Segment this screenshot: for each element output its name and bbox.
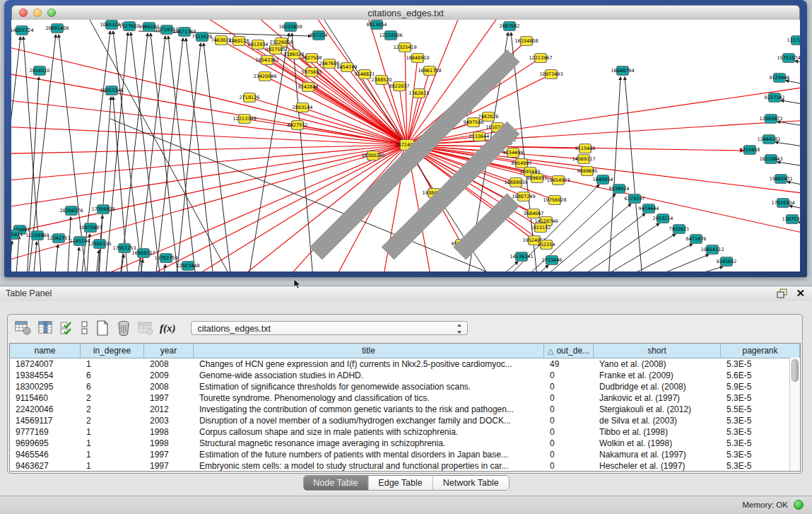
cell-year: 1998 [144,426,194,438]
show-columns-button[interactable] [38,320,54,337]
cell-short: Wolkin et al. (1998) [594,438,721,449]
cell-out_de: 0 [544,426,594,438]
cell-out_de: 0 [544,449,594,460]
cell-title: Changes of HCN gene expression and I(f) … [194,358,544,370]
resize-grip-icon[interactable] [11,20,800,271]
network-window-titlebar[interactable]: citations_edges.txt [11,5,800,21]
cell-year: 2012 [144,404,194,415]
status-bar: Memory: OK [0,496,812,514]
network-view-canvas[interactable]: 1405572420691406106532471527602696616010… [11,20,800,271]
column-header-year[interactable]: year [144,344,194,358]
cell-short: Jankovic et al. (1997) [594,392,721,404]
cell-title: Genome-wide association studies in ADHD. [194,370,544,381]
table-row[interactable]: 911546021997Tourette syndrome. Phenomeno… [10,392,800,404]
memory-ok-indicator[interactable] [794,500,804,510]
function-builder-button[interactable]: f(x) [160,320,176,337]
cell-year: 1997 [144,460,194,472]
dropdown-arrows-icon [457,324,462,334]
cell-title: Estimation of significance thresholds fo… [194,381,544,392]
cell-out_de: 49 [544,358,594,370]
tab-node-table[interactable]: Node Table [303,476,368,490]
cell-short: Tibbo et al. (1998) [594,426,721,438]
column-header-in_degree[interactable]: in_degree [81,344,144,358]
table-row[interactable]: 946362711997Embryonic stem cells: a mode… [10,460,800,472]
table-row[interactable]: 2242004622012Investigating the contribut… [10,404,800,415]
node-table: namein_degreeyeartitle△out_de...shortpag… [9,343,801,472]
table-browser-container: f(x) citations_edges.txt namein_degreeye… [7,314,803,474]
cell-pagerank: 5.3E-5 [721,415,800,426]
cell-name: 14569117 [10,415,81,426]
cell-in_degree: 1 [81,426,144,438]
table-mode-button[interactable] [15,320,32,337]
cell-year: 2009 [144,370,194,381]
cell-year: 2008 [144,358,194,370]
cell-in_degree: 1 [81,449,144,460]
row-height-button[interactable] [81,320,89,337]
table-row[interactable]: 946554611997Estimation of the future num… [10,449,800,460]
column-header-short[interactable]: short [594,344,721,358]
column-header-out_de[interactable]: △out_de... [544,344,594,358]
table-chooser-value: citations_edges.txt [198,324,271,334]
cell-title: Structural magnetic resonance image aver… [194,438,544,449]
tab-edge-table[interactable]: Edge Table [368,476,433,490]
table-panel-header: Table Panel ✕ [0,286,812,302]
cell-out_de: 0 [544,415,594,426]
float-panel-icon[interactable] [777,288,787,298]
cell-year: 1998 [144,438,194,449]
column-header-title[interactable]: title [194,344,544,358]
scrollbar-thumb[interactable] [792,359,799,382]
table-row[interactable]: 969969511998Structural magnetic resonanc… [10,438,800,449]
cell-year: 2008 [144,381,194,392]
cell-name: 9465546 [10,449,81,460]
cell-short: Nakamura et al. (1997) [594,449,721,460]
table-type-tabs: Node TableEdge TableNetwork Table [302,475,509,491]
cell-name: 9463627 [10,460,81,472]
table-row[interactable]: 1456911722003Disruption of a novel membe… [10,415,800,426]
cell-title: Corpus callosum shape and size in male p… [194,426,544,438]
network-view-frame: citations_edges.txt 14055724206914061065… [4,0,807,277]
cell-title: Estimation of the future numbers of pati… [194,449,544,460]
table-body: 1872400712008Changes of HCN gene express… [10,358,800,472]
cell-title: Disruption of a novel member of a sodium… [194,415,544,426]
cell-out_de: 0 [544,381,594,392]
window-title: citations_edges.txt [12,8,799,18]
table-row[interactable]: 977716911998Corpus callosum shape and si… [10,426,800,438]
cell-in_degree: 6 [81,381,144,392]
cell-out_de: 0 [544,404,594,415]
cell-pagerank: 5.3E-5 [721,460,800,472]
cell-year: 2003 [144,415,194,426]
cell-pagerank: 5.3E-5 [721,358,800,370]
cell-name: 18300295 [10,381,81,392]
import-table-button-disabled[interactable] [138,320,153,337]
vertical-scrollbar[interactable] [789,358,800,471]
cell-pagerank: 5.3E-5 [721,438,800,449]
cell-pagerank: 5.6E-5 [721,370,800,381]
cell-in_degree: 2 [81,392,144,404]
sort-ascending-icon: △ [548,346,553,356]
tab-network-table[interactable]: Network Table [433,476,509,490]
table-toolbar: f(x) citations_edges.txt [15,318,468,338]
table-row[interactable]: 1830029562008Estimation of significance … [10,381,800,392]
cell-year: 1997 [144,392,194,404]
select-all-button[interactable] [60,320,74,337]
cell-short: Stergiakouli et al. (2012) [594,404,721,415]
cell-name: 9777169 [10,426,81,438]
cell-in_degree: 1 [81,358,144,370]
table-row[interactable]: 1938455462009Genome-wide association stu… [10,370,800,381]
cell-name: 22420046 [10,404,81,415]
table-chooser-dropdown[interactable]: citations_edges.txt [191,321,468,335]
cell-short: Hescheler et al. (1997) [594,460,721,472]
cell-in_degree: 6 [81,370,144,381]
create-column-button[interactable] [95,320,110,337]
cell-year: 1997 [144,449,194,460]
table-panel-body: f(x) citations_edges.txt namein_degreeye… [0,301,812,496]
column-header-name[interactable]: name [10,344,81,358]
cell-pagerank: 5.9E-5 [721,381,800,392]
cell-pagerank: 5.3E-5 [721,426,800,438]
table-panel-title: Table Panel [6,288,52,298]
cell-in_degree: 2 [81,415,144,426]
delete-column-button[interactable] [116,320,131,337]
table-row[interactable]: 1872400712008Changes of HCN gene express… [10,358,800,370]
column-header-pagerank[interactable]: pagerank [721,344,800,358]
close-panel-icon[interactable]: ✕ [796,288,805,299]
